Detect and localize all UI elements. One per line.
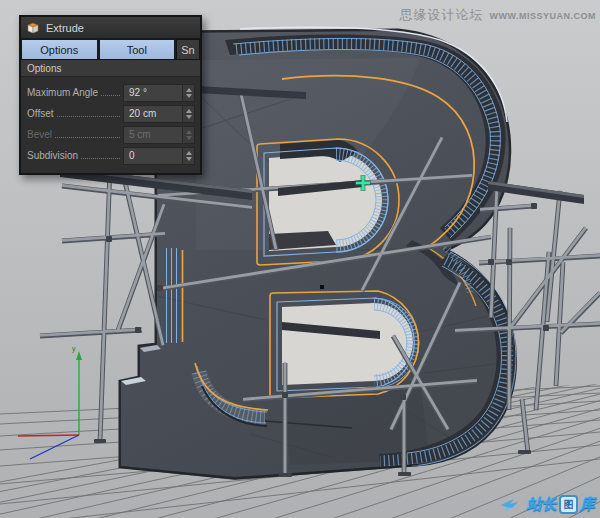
axis-x [18, 435, 79, 436]
tab-snapping-truncated[interactable]: Sn [176, 39, 200, 59]
bevel-input-disabled: 5 cm [123, 126, 195, 144]
watermark-text-suffix: 库 [580, 495, 595, 514]
leader-dots [55, 125, 120, 138]
axis-y-label: y [72, 345, 76, 353]
extrude-cube-icon [26, 21, 40, 34]
field-label: Maximum Angle [27, 87, 98, 98]
stepper-up-icon[interactable] [186, 88, 192, 92]
field-value: 20 cm [124, 108, 182, 119]
field-value: 92 ° [124, 87, 182, 98]
viewport-window: y [0, 0, 600, 518]
field-maximum-angle: Maximum Angle 92 ° [27, 82, 195, 103]
stepper-down-icon[interactable] [186, 115, 192, 119]
panel-title: Extrude [46, 22, 84, 34]
stepper-down-icon [186, 136, 192, 140]
stepper-up-icon [186, 130, 192, 134]
tab-tool[interactable]: Tool [99, 39, 176, 59]
forum-name-cn: 思缘设计论坛 [400, 6, 484, 24]
stepper [182, 148, 194, 164]
field-offset: Offset 20 cm [27, 103, 195, 124]
subdivision-input[interactable]: 0 [123, 147, 195, 165]
field-value: 0 [124, 150, 182, 161]
leader-dots [81, 146, 120, 159]
stepper-down-icon[interactable] [186, 157, 192, 161]
watermark-swoosh-icon [500, 496, 526, 514]
panel-tabs: Options Tool Sn [21, 39, 200, 60]
forum-watermark: 思缘设计论坛 www.missyuan.com [400, 6, 597, 24]
field-bevel: Bevel 5 cm [27, 124, 195, 145]
field-subdivision: Subdivision 0 [27, 145, 195, 166]
axis-z [30, 435, 79, 459]
stepper-down-icon[interactable] [186, 94, 192, 98]
field-label: Offset [27, 108, 54, 119]
panel-titlebar[interactable]: Extrude [21, 17, 200, 39]
tab-options[interactable]: Options [21, 39, 98, 59]
site-watermark: 站长 图 库 [500, 495, 595, 514]
stepper-up-icon[interactable] [186, 109, 192, 113]
maximum-angle-input[interactable]: 92 ° [123, 84, 195, 102]
leader-dots [101, 83, 120, 96]
axis-y-arrow [76, 351, 82, 360]
options-rows: Maximum Angle 92 ° Offset 20 cm [21, 77, 200, 173]
stepper [182, 85, 194, 101]
stepper-up-icon[interactable] [186, 151, 192, 155]
field-value: 5 cm [124, 129, 182, 140]
forum-url: www.missyuan.com [490, 11, 597, 21]
watermark-badge: 图 [559, 495, 578, 514]
options-section-header: Options [21, 60, 200, 77]
leader-dots [57, 104, 121, 117]
vertex-point[interactable] [320, 285, 324, 289]
field-label: Bevel [27, 129, 52, 140]
extrude-tool-panel[interactable]: Extrude Options Tool Sn Options Maximum … [19, 15, 202, 175]
world-axes: y [18, 345, 82, 459]
stepper [182, 106, 194, 122]
offset-input[interactable]: 20 cm [123, 105, 195, 123]
watermark-text-prefix: 站长 [527, 495, 557, 514]
stepper [182, 127, 194, 143]
field-label: Subdivision [27, 150, 78, 161]
